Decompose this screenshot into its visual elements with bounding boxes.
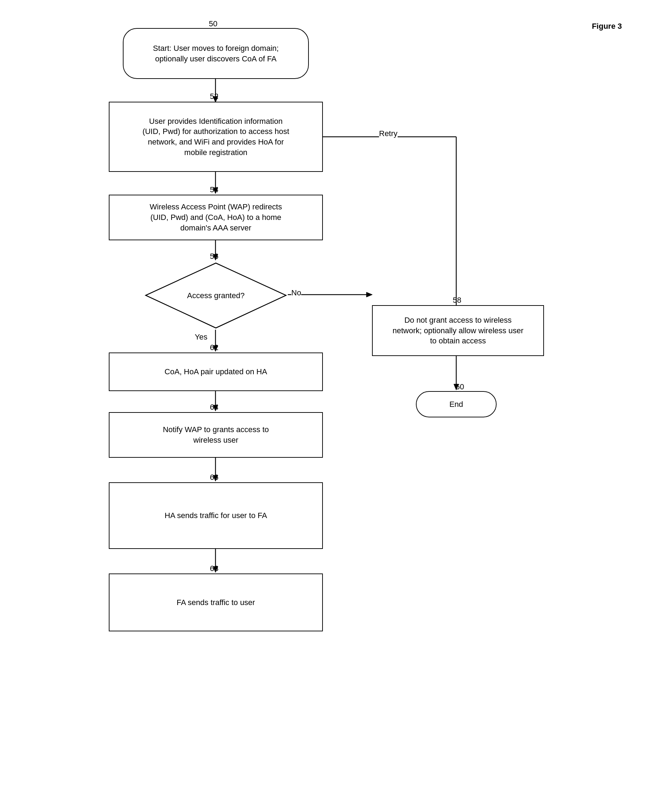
step-64-node: Notify WAP to grants access to wireless … [109, 412, 323, 458]
ref-52: 52 [210, 92, 218, 101]
step-56-node: Access granted? [144, 261, 288, 330]
step-54-node: Wireless Access Point (WAP) redirects (U… [109, 195, 323, 240]
figure-label: Figure 3 [592, 21, 622, 32]
step-66-node: HA sends traffic for user to FA [109, 482, 323, 549]
step-60-label: End [449, 399, 463, 410]
step-64-label: Notify WAP to grants access to wireless … [159, 421, 272, 448]
step-68-label: FA sends traffic to user [173, 594, 258, 611]
ref-64: 64 [210, 403, 218, 412]
ref-58: 58 [453, 296, 461, 305]
step-52-node: User provides Identification information… [109, 102, 323, 172]
start-node: Start: User moves to foreign domain; opt… [123, 28, 309, 79]
ref-54: 54 [210, 185, 218, 194]
start-label: Start: User moves to foreign domain; opt… [153, 43, 279, 64]
no-label: No [291, 288, 301, 297]
ref-62: 62 [210, 343, 218, 352]
ref-68: 68 [210, 564, 218, 573]
ref-56: 56 [210, 252, 218, 261]
step-58-node: Do not grant access to wireless network;… [372, 305, 544, 356]
step-52-label: User provides Identification information… [139, 113, 293, 161]
step-62-label: CoA, HoA pair updated on HA [161, 363, 270, 380]
ref-50: 50 [209, 19, 217, 28]
retry-label: Retry [379, 129, 398, 138]
yes-label: Yes [195, 333, 207, 342]
step-58-label: Do not grant access to wireless network;… [389, 312, 527, 350]
step-62-node: CoA, HoA pair updated on HA [109, 352, 323, 391]
step-60-node: End [416, 391, 496, 417]
step-56-label: Access granted? [187, 291, 245, 301]
step-66-label: HA sends traffic for user to FA [161, 507, 270, 525]
svg-marker-7 [366, 292, 373, 297]
ref-60: 60 [456, 382, 464, 391]
step-54-label: Wireless Access Point (WAP) redirects (U… [146, 198, 286, 236]
ref-66: 66 [210, 473, 218, 482]
step-68-node: FA sends traffic to user [109, 573, 323, 631]
